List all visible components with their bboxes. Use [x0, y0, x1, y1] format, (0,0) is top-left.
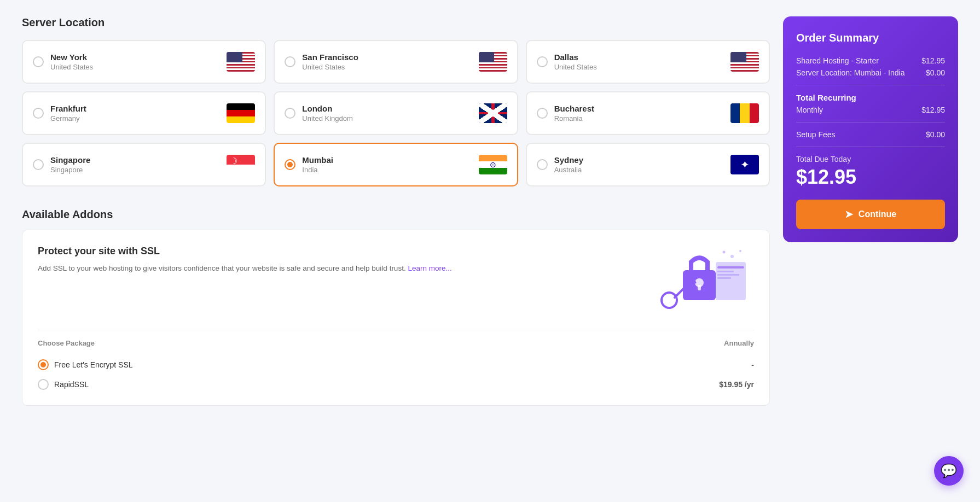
ssl-option-free-left: Free Let's Encrypt SSL [38, 359, 133, 370]
learn-more-link[interactable]: Learn more... [408, 264, 451, 272]
location-info-frankfurt: Frankfurt Germany [50, 104, 220, 122]
continue-arrow-icon: ➤ [845, 208, 853, 220]
location-card-mumbai[interactable]: Mumbai India [274, 143, 518, 186]
order-summary: Order Summary Shared Hosting - Starter $… [783, 16, 958, 406]
location-name: Mumbai [302, 155, 472, 165]
location-name: Dallas [554, 52, 724, 62]
location-country: Germany [50, 114, 220, 122]
summary-divider-3 [796, 147, 945, 147]
location-country: India [302, 166, 472, 174]
server-location-title: Server Location [22, 16, 770, 29]
flag-sg-singapore [227, 155, 255, 174]
location-country: Romania [554, 114, 724, 122]
location-card-frankfurt[interactable]: Frankfurt Germany [22, 91, 266, 135]
location-value: $0.00 [926, 68, 945, 77]
summary-line-monthly: Monthly $12.95 [796, 106, 945, 114]
flag-us-new-york [227, 52, 255, 72]
svg-point-14 [723, 251, 726, 254]
location-country: United States [50, 63, 220, 71]
location-country: United Kingdom [302, 114, 472, 122]
location-card-london[interactable]: London United Kingdom [274, 91, 518, 135]
total-recurring-label: Total Recurring [796, 93, 945, 102]
radio-new-york[interactable] [33, 56, 44, 67]
ssl-illustration [639, 246, 754, 319]
svg-rect-4 [717, 266, 744, 268]
radio-san-francisco[interactable] [285, 56, 295, 67]
rapidssl-price: $19.95 /yr [719, 380, 754, 389]
location-info-new-york: New York United States [50, 52, 220, 71]
radio-london[interactable] [285, 108, 295, 119]
addon-header: Protect your site with SSL Add SSL to yo… [38, 246, 754, 319]
package-header: Choose Package Annually [38, 339, 754, 347]
free-ssl-price: - [751, 360, 754, 369]
location-country: United States [302, 63, 472, 71]
location-name: Singapore [50, 155, 220, 165]
location-card-singapore[interactable]: Singapore Singapore [22, 143, 266, 186]
flag-in-mumbai [479, 155, 507, 174]
monthly-value: $12.95 [921, 106, 945, 114]
billing-period-label: Annually [724, 339, 754, 347]
svg-rect-7 [717, 277, 731, 279]
svg-point-13 [739, 250, 741, 252]
radio-rapidssl[interactable] [38, 379, 49, 390]
monthly-label: Monthly [796, 106, 823, 114]
ssl-option-rapid[interactable]: RapidSSL $19.95 /yr [38, 375, 754, 394]
total-due-label: Total Due Today [796, 155, 945, 164]
radio-dallas[interactable] [537, 56, 548, 67]
location-card-sydney[interactable]: Sydney Australia [526, 143, 770, 186]
total-amount: $12.95 [796, 166, 945, 189]
svg-point-12 [730, 255, 734, 258]
rapidssl-name: RapidSSL [54, 380, 89, 389]
flag-us-dallas [730, 52, 759, 72]
location-info-singapore: Singapore Singapore [50, 155, 220, 174]
location-info-mumbai: Mumbai India [302, 155, 472, 174]
location-info-sydney: Sydney Australia [554, 155, 724, 174]
setup-fees-label: Setup Fees [796, 130, 836, 139]
radio-free-ssl[interactable] [38, 359, 49, 370]
addons-title: Available Addons [22, 208, 770, 221]
location-card-bucharest[interactable]: Bucharest Romania [526, 91, 770, 135]
location-card-san-francisco[interactable]: San Francisco United States [274, 40, 518, 84]
location-info-bucharest: Bucharest Romania [554, 104, 724, 122]
location-name: New York [50, 52, 220, 62]
continue-label: Continue [859, 209, 896, 219]
location-label: Server Location: Mumbai - India [796, 68, 904, 77]
radio-frankfurt[interactable] [33, 108, 44, 119]
summary-title: Order Summary [796, 32, 945, 44]
summary-line-hosting: Shared Hosting - Starter $12.95 [796, 56, 945, 65]
choose-package-label: Choose Package [38, 339, 95, 347]
free-ssl-name: Free Let's Encrypt SSL [54, 360, 133, 369]
flag-de-frankfurt [227, 103, 255, 123]
flag-au-sydney [730, 155, 759, 174]
location-country: Australia [554, 166, 724, 174]
radio-mumbai[interactable] [285, 159, 295, 170]
location-country: Singapore [50, 166, 220, 174]
summary-line-setup: Setup Fees $0.00 [796, 130, 945, 139]
chat-button[interactable]: 💬 [934, 456, 964, 486]
addon-ssl-card: Protect your site with SSL Add SSL to yo… [22, 230, 770, 406]
hosting-value: $12.95 [921, 56, 945, 65]
radio-singapore[interactable] [33, 159, 44, 170]
ssl-option-free[interactable]: Free Let's Encrypt SSL - [38, 355, 754, 375]
location-info-san-francisco: San Francisco United States [302, 52, 472, 71]
summary-divider-2 [796, 122, 945, 122]
svg-rect-6 [717, 274, 739, 276]
continue-button[interactable]: ➤ Continue [796, 200, 945, 229]
svg-rect-2 [698, 285, 701, 290]
radio-bucharest[interactable] [537, 108, 548, 119]
location-country: United States [554, 63, 724, 71]
ssl-option-rapid-left: RapidSSL [38, 379, 89, 390]
package-section: Choose Package Annually Free Let's Encry… [38, 330, 754, 394]
location-name: London [302, 104, 472, 113]
location-card-new-york[interactable]: New York United States [22, 40, 266, 84]
chat-icon: 💬 [941, 463, 957, 478]
svg-point-8 [662, 293, 677, 308]
addon-ssl-description: Add SSL to your web hosting to give visi… [38, 262, 452, 275]
location-card-dallas[interactable]: Dallas United States [526, 40, 770, 84]
radio-sydney[interactable] [537, 159, 548, 170]
location-info-dallas: Dallas United States [554, 52, 724, 71]
location-name: San Francisco [302, 52, 472, 62]
location-name: Bucharest [554, 104, 724, 113]
flag-uk-london [479, 103, 507, 123]
addon-text: Protect your site with SSL Add SSL to yo… [38, 246, 452, 275]
